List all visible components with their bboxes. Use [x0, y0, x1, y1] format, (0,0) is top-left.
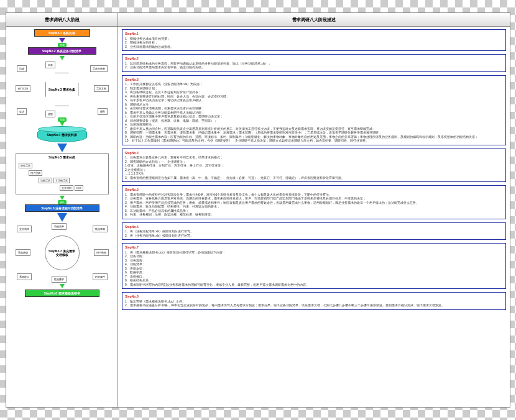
input-label: 部门汇报 — [16, 85, 30, 92]
arrow-down-icon — [60, 284, 65, 288]
arrow-down-blue-icon — [57, 213, 67, 222]
class-node: 用户需求 — [29, 170, 42, 176]
detail-box-6: StepNo.61、将《业务流程清单.xls》按阶段划分进行填写。 2、将《业务… — [122, 222, 506, 240]
step-1-box: StepNo.1 系统目标 — [34, 29, 90, 37]
class-node: 业务规则 — [60, 185, 73, 191]
cylinder-label: StepNo.4 需求资料库 — [47, 133, 76, 137]
detail-body: 1、将《需求规格说明书.doc》按阶段划分进行填写，必须涵盖以下内容： 2、业务… — [125, 250, 503, 287]
detail-body: 1、业务需求主要是业务几何形，我将对不同意见者，结果请求的模式； 2、调查调研的… — [125, 155, 503, 180]
header-row: 需求调研八大阶段 需求调研八大阶段描述 — [6, 13, 510, 27]
detail-title: StepNo.8 — [125, 294, 503, 299]
step-5-classification-box: StepNo.5 需求分类 业务需求 用户需求 功能需求 非功能需求 约束 业务… — [16, 153, 109, 194]
right-column-header: 需求调研八大阶段描述 — [118, 13, 510, 26]
input-label: 原型 — [45, 111, 55, 117]
input-label: 数据字典 — [93, 226, 108, 232]
detail-title: StepNo.4 — [125, 151, 503, 155]
step-8-box: StepNo.8 需求规格说明书 — [25, 290, 99, 297]
detail-box-2: StepNo.21、以目前系统构成的业务流程，与客户沟通确认本系统的业务功能清单… — [122, 54, 506, 72]
description-column: StepNo.11、明确业务达成本项目的背景； 2、明确业务方的目标； 3、业务… — [118, 27, 510, 407]
arrow-down-icon — [60, 196, 65, 200]
body-row: StepNo.1 系统目标 完成 StepNo.2 系统业务功能清单 访谈 问卷… — [6, 27, 510, 407]
badge-complete: 完成 — [58, 43, 67, 47]
detail-title: StepNo.2 — [125, 57, 503, 61]
input-label: 界面原型 — [16, 249, 30, 256]
input-label: 性能要求 — [52, 276, 67, 283]
step-2-box: StepNo.2 系统业务功能清单 — [28, 47, 96, 55]
detail-box-5: StepNo.51、需求资料阶中的资料经过对实现步分类，需求分为6类，对应给6个… — [122, 185, 506, 219]
class-node: 功能需求 — [39, 178, 52, 183]
input-label: 访谈 — [17, 65, 27, 72]
arrow-down-icon — [59, 38, 65, 43]
input-label: 观察 — [98, 108, 108, 115]
detail-title: StepNo.7 — [125, 245, 503, 250]
step-4-cylinder: StepNo.4 需求资料库 — [37, 127, 87, 142]
detail-body: 1、输出完整《需求规格说明书.doc》文档。 2、需求规格书应涵盖分析书/各，评… — [125, 299, 503, 308]
input-label: 会议 — [17, 108, 27, 115]
detail-body: 1、明确业务达成本项目的背景； 2、明确业务方的目标； 3、业务目标需求明确的达… — [125, 37, 503, 49]
detail-body: 1、需求资料阶中的资料经过对实现步分类，需求分为6类，对应给6个系统分析者复杂工… — [125, 193, 503, 217]
input-label: 问卷 — [45, 62, 55, 68]
left-column-header: 需求调研八大阶段 — [6, 13, 118, 26]
input-label: 系统接口 — [17, 273, 32, 280]
input-label: 用户角色 — [94, 249, 109, 256]
detail-box-1: StepNo.11、明确业务达成本项目的背景； 2、明确业务方的目标； 3、业务… — [122, 29, 506, 51]
detail-title: StepNo.5 — [125, 188, 503, 192]
badge-complete: 完成 — [58, 117, 67, 122]
arrow-down-blue-icon — [57, 144, 67, 152]
badge-confirm: 确认 — [58, 200, 67, 204]
arrow-down-icon — [60, 56, 65, 60]
step-6-box: StepNo.6 业务流程&功能清单 — [25, 204, 99, 212]
class-node: 约束 — [75, 185, 83, 191]
arrow-down-icon — [60, 122, 65, 126]
class-node: 非功能需求 — [53, 178, 70, 183]
document-page: 需求调研八大阶段 需求调研八大阶段描述 StepNo.1 系统目标 完成 Ste… — [6, 12, 510, 408]
detail-body: 1、将《业务流程清单.xls》按阶段划分进行填写。 2、将《业务功能清单.xls… — [125, 229, 503, 237]
detail-box-7: StepNo.71、将《需求规格说明书.doc》按阶段划分进行填写，必须涵盖以下… — [122, 243, 506, 289]
step-7-circle: StepNo.7 填充需求文档模板 — [45, 235, 80, 270]
detail-title: StepNo.1 — [125, 32, 503, 36]
input-label: 业务流程 — [17, 226, 32, 232]
detail-title: StepNo.6 — [125, 225, 503, 229]
detail-title: StepNo.3 — [125, 78, 503, 82]
detail-box-8: StepNo.81、输出完整《需求规格说明书.doc》文档。 2、需求规格书应涵… — [122, 292, 506, 310]
input-label: 约束条件 — [93, 273, 108, 280]
input-label: 需求文档 — [94, 85, 109, 92]
detail-body: 1、工作的开展都应以系统《业务功能清单.xls》为依据； 2、制定需求调研计划；… — [125, 82, 503, 143]
detail-box-3: StepNo.31、工作的开展都应以系统《业务功能清单.xls》为依据； 2、制… — [122, 75, 506, 145]
step-3-octagon: StepNo.3 需求收集 — [45, 73, 79, 106]
step-7-circle-group: 业务流程 功能清单 数据字典 界面原型 用户角色 系统接口 性能要求 约束条件 … — [16, 223, 109, 283]
class-title: StepNo.5 需求分类 — [17, 155, 107, 159]
input-label: 功能清单 — [52, 223, 67, 230]
class-node: 业务需求 — [19, 163, 32, 168]
step-3-octagon-group: 访谈 问卷 需求分析师 部门汇报 需求文档 会议 原型 观察 StepNo.3 … — [16, 62, 109, 117]
detail-box-4: StepNo.41、业务需求主要是业务几何形，我将对不同意见者，结果请求的模式；… — [122, 148, 506, 183]
detail-body: 1、以目前系统构成的业务流程，与客户沟通确认本系统的业务功能清单列表，输出《业务… — [125, 62, 503, 70]
flowchart-column: StepNo.1 系统目标 完成 StepNo.2 系统业务功能清单 访谈 问卷… — [6, 27, 118, 407]
input-label: 需求分析师 — [90, 65, 108, 72]
